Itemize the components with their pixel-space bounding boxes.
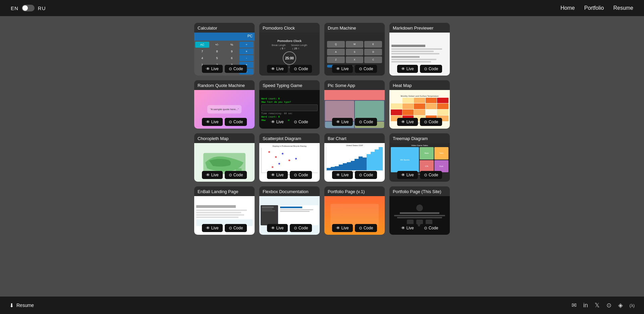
live-label-picsome: Live <box>341 120 349 124</box>
card-title-choropleth: Choropleth Map <box>194 133 255 143</box>
code-button-calculator[interactable]: ⊙ Code <box>225 65 247 73</box>
eye-icon-drum: 👁 <box>336 66 340 71</box>
twitter-icon[interactable]: 𝕏 <box>595 302 600 309</box>
code-button-portfolio2[interactable]: ⊙ Code <box>420 224 442 232</box>
email-icon[interactable]: ✉ <box>572 302 577 309</box>
code-button-barchart[interactable]: ⊙ Code <box>355 171 377 179</box>
eye-icon-md: 👁 <box>401 66 405 71</box>
code-button-treemap[interactable]: ⊙ Code <box>420 171 442 179</box>
live-button-treemap[interactable]: 👁 Live <box>397 171 418 179</box>
live-button-portfolio1[interactable]: 👁 Live <box>332 224 353 232</box>
code-label-picsome: Code <box>364 120 373 124</box>
live-label-choropleth: Live <box>211 173 219 177</box>
github-icon-md: ⊙ <box>424 66 427 71</box>
eye-icon-pomo: 👁 <box>271 66 275 71</box>
footer: ⬇ Resume ✉ in 𝕏 ⊙ ◈ (λ) <box>0 297 644 314</box>
github-icon-heatmap: ⊙ <box>424 120 427 124</box>
preview-typing: Word count: 0 How fast do you type? Time… <box>259 90 320 129</box>
card-markdown: Markdown Previewer 👁 Live <box>389 23 450 76</box>
code-label-scatter: Code <box>299 173 308 177</box>
code-button-markdown[interactable]: ⊙ Code <box>420 65 442 73</box>
code-button-scatter[interactable]: ⊙ Code <box>290 171 312 179</box>
live-button-calculator[interactable]: 👁 Live <box>202 65 223 73</box>
nav-resume[interactable]: Resume <box>613 5 633 11</box>
eye-icon-scatter: 👁 <box>271 173 275 177</box>
preview-flexbox: 👁 Live ⊙ Code <box>259 196 320 235</box>
card-buttons-scatter: 👁 Live ⊙ Code <box>259 168 320 182</box>
card-buttons-enbali: 👁 Live ⊙ Code <box>194 221 255 235</box>
live-label-markdown: Live <box>407 66 414 71</box>
lang-toggle[interactable] <box>22 5 35 11</box>
code-button-picsome[interactable]: ⊙ Code <box>355 118 377 126</box>
card-title-enbali: EnBali Landing Page <box>194 186 255 196</box>
footer-resume-label: Resume <box>16 303 34 308</box>
card-scatter: Scatterplot Diagram Doping in Profession… <box>259 133 320 182</box>
live-label-portfolio1: Live <box>341 226 349 230</box>
code-button-pomodoro[interactable]: ⊙ Code <box>290 65 312 73</box>
preview-scatter: Doping in Professional Bicycle Racing Do… <box>259 143 320 182</box>
code-icon[interactable]: (λ) <box>630 303 635 308</box>
preview-quote: "A sample quote here..." 👁 Live ⊙ Code <box>194 90 255 129</box>
github-icon-pomo: ⊙ <box>294 66 297 71</box>
code-label-choropleth: Code <box>233 173 243 177</box>
lang-ru[interactable]: RU <box>38 5 46 11</box>
codepen-icon[interactable]: ◈ <box>618 302 623 309</box>
nav-portfolio[interactable]: Portfolio <box>584 5 604 11</box>
download-icon: ⬇ <box>9 302 14 309</box>
eye-icon-typing: 👁 <box>271 120 275 124</box>
card-portfolio2: Portfolio Page (This Site) <box>389 186 450 235</box>
code-button-portfolio1[interactable]: ⊙ Code <box>355 224 377 232</box>
card-title-typing: Speed Typing Game <box>259 80 320 90</box>
live-button-picsome[interactable]: 👁 Live <box>332 118 353 126</box>
live-button-heatmap[interactable]: 👁 Live <box>397 118 418 126</box>
preview-calculator: PC AC+/-%÷ 789× 456- 123+ 0.= 👁 Live <box>194 33 255 76</box>
code-label-calculator: Code <box>233 66 243 71</box>
live-label-enbali: Live <box>211 226 219 230</box>
live-button-portfolio2[interactable]: 👁 Live <box>397 224 418 232</box>
card-title-portfolio1: Portfolio Page (v.1) <box>324 186 385 196</box>
live-button-quote[interactable]: 👁 Live <box>202 118 223 126</box>
live-button-enbali[interactable]: 👁 Live <box>202 224 223 232</box>
preview-markdown: 👁 Live ⊙ Code <box>389 33 450 76</box>
lang-en[interactable]: EN <box>11 5 18 11</box>
live-button-choropleth[interactable]: 👁 Live <box>202 171 223 179</box>
linkedin-icon[interactable]: in <box>583 302 588 309</box>
code-button-flexbox[interactable]: ⊙ Code <box>290 224 312 232</box>
live-button-barchart[interactable]: 👁 Live <box>332 171 353 179</box>
header: EN RU Home Portfolio Resume <box>0 0 644 16</box>
preview-choropleth: 👁 Live ⊙ Code <box>194 143 255 182</box>
code-button-enbali[interactable]: ⊙ Code <box>225 224 247 232</box>
code-button-drum[interactable]: ⊙ Code <box>355 65 377 73</box>
card-typing: Speed Typing Game Word count: 0 How fast… <box>259 80 320 129</box>
preview-pomodoro: Pomodoro Clock Break LengthSession Lengt… <box>259 33 320 76</box>
code-label-barchart: Code <box>364 173 373 177</box>
card-drum: Drum Machine Q W E A S D Z X C <box>324 23 385 76</box>
live-button-scatter[interactable]: 👁 Live <box>267 171 288 179</box>
footer-resume[interactable]: ⬇ Resume <box>9 302 34 309</box>
live-button-markdown[interactable]: 👁 Live <box>397 65 418 73</box>
portfolio-grid: Calculator PC AC+/-%÷ 789× 456- 123+ 0.=… <box>194 23 450 235</box>
code-label-portfolio2: Code <box>429 226 438 230</box>
code-label-heatmap: Code <box>429 120 438 124</box>
live-button-flexbox[interactable]: 👁 Live <box>267 224 288 232</box>
card-buttons-calculator: 👁 Live ⊙ Code <box>194 62 255 76</box>
main-content: Calculator PC AC+/-%÷ 789× 456- 123+ 0.=… <box>0 0 644 262</box>
eye-icon-portfolio2: 👁 <box>401 226 405 230</box>
code-button-heatmap[interactable]: ⊙ Code <box>420 118 442 126</box>
code-label-portfolio1: Code <box>364 226 373 230</box>
live-button-pomodoro[interactable]: 👁 Live <box>267 65 288 73</box>
code-button-choropleth[interactable]: ⊙ Code <box>225 171 247 179</box>
live-button-drum[interactable]: 👁 Live <box>332 65 353 73</box>
code-button-quote[interactable]: ⊙ Code <box>225 118 247 126</box>
nav-home[interactable]: Home <box>560 5 575 11</box>
code-button-typing[interactable]: ⊙ Code <box>290 118 312 126</box>
code-label-enbali: Code <box>233 226 243 230</box>
live-label-portfolio2: Live <box>407 226 414 230</box>
github-icon-barchart: ⊙ <box>359 173 362 177</box>
github-icon-scatter: ⊙ <box>294 173 297 177</box>
github-icon-footer[interactable]: ⊙ <box>606 302 611 309</box>
github-icon-portfolio2: ⊙ <box>424 226 427 230</box>
github-icon-enbali: ⊙ <box>229 226 232 230</box>
preview-portfolio1: 👁 Live ⊙ Code <box>324 196 385 235</box>
live-button-typing[interactable]: 👁 Live <box>267 118 288 126</box>
